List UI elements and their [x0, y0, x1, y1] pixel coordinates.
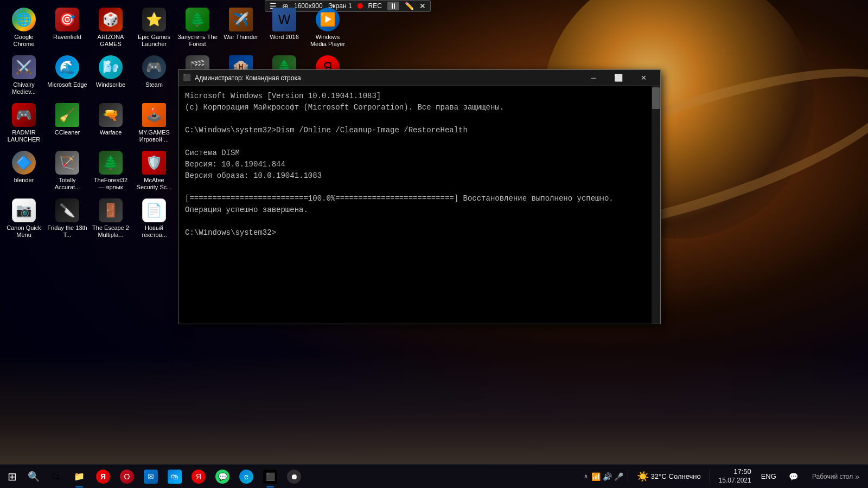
desktop-icon-ravenfield[interactable]: 🎯 Ravenfield — [46, 4, 89, 52]
cmd-line: Версия образа: 10.0.19041.1083 — [185, 170, 645, 182]
cmd-scrollbar[interactable] — [652, 86, 660, 324]
rec-close[interactable]: ✕ — [419, 2, 426, 10]
taskbar-yandex[interactable]: Я — [91, 465, 115, 489]
taskbar-terminal[interactable]: ⬛ — [258, 465, 282, 489]
icon-label-ccleaner: CCleaner — [55, 129, 80, 136]
icon-label-theforest: TheForest32 — ярлык — [91, 177, 131, 191]
desktop-icon-launch[interactable]: 🌲 Запустить The Forest — [176, 4, 219, 52]
desktop-icon-windscribe[interactable]: 🌬️ Windscribe — [89, 52, 132, 100]
icon-img-ravenfield: 🎯 — [55, 8, 79, 31]
cmd-restore[interactable]: ⬜ — [606, 70, 631, 86]
show-desktop-button[interactable]: Рабочий стол » — [808, 472, 864, 481]
cmd-content[interactable]: Microsoft Windows [Version 10.0.19041.10… — [178, 86, 652, 324]
yandex-taskbar-icon: Я — [96, 470, 110, 484]
icon-label-windscribe: Windscribe — [96, 81, 125, 88]
desktop-icon-steam[interactable]: 🎮 Steam — [132, 52, 176, 100]
desktop-icon-arizona[interactable]: 🎲 ARIZONA GAMES — [89, 4, 132, 52]
cmd-line: Microsoft Windows [Version 10.0.19041.10… — [185, 91, 645, 102]
icon-img-totally: 🏹 — [55, 151, 79, 175]
desktop: ☰ ⊕ 868x488 Экран 1 REC ⏸ ✏️ ✕ 🌐 Google… — [0, 0, 868, 488]
icon-img-canon: 📷 — [12, 198, 36, 222]
rec-pause[interactable]: ⏸ — [387, 2, 399, 10]
cmd-scroll-thumb[interactable] — [652, 87, 660, 109]
desktop-icon-totally[interactable]: 🏹 Totally Accurat... — [46, 147, 89, 195]
icon-label-arizona: ARIZONA GAMES — [91, 34, 131, 48]
icon-label-warthunder: War Thunder — [224, 34, 258, 41]
task-view-button[interactable]: 🗂 — [43, 465, 67, 489]
wifi-icon[interactable]: 📶 — [591, 472, 601, 481]
sound-icon[interactable]: 🔊 — [603, 472, 612, 481]
taskbar-yandex2[interactable]: Я — [187, 465, 210, 489]
cmd-line — [185, 113, 645, 125]
taskbar-mail[interactable]: ✉ — [139, 465, 163, 489]
desktop-icon-canon[interactable]: 📷 Canon Quick Menu — [2, 195, 46, 243]
taskbar-store[interactable]: 🛍 — [163, 465, 187, 489]
weather-desc: Солнечно — [669, 472, 701, 480]
desktop-icon-warthunder[interactable]: ✈️ War Thunder — [219, 4, 263, 52]
desktop-icon-chrome[interactable]: 🌐 Google Chrome — [2, 4, 46, 52]
start-button[interactable]: ⊞ — [0, 465, 24, 489]
icon-label-warface: Warface — [100, 129, 122, 136]
desktop-icon-msedge[interactable]: 🌊 Microsoft Edge — [46, 52, 89, 100]
mail-taskbar-icon: ✉ — [144, 470, 158, 484]
cmd-line: C:\Windows\system32> — [185, 227, 645, 239]
systray-expand[interactable]: ∧ — [583, 473, 589, 480]
icon-img-chrome: 🌐 — [12, 8, 36, 31]
icon-label-totally: Totally Accurat... — [47, 177, 87, 191]
weather-sun-icon: ☀️ — [637, 471, 649, 483]
desktop-icon-wmplayer[interactable]: ▶️ Windows Media Player — [306, 4, 349, 52]
cmd-line: Операция успешно завершена. — [185, 204, 645, 216]
desktop-icon-theforest[interactable]: 🌲 TheForest32 — ярлык — [89, 147, 132, 195]
mic-icon[interactable]: 🎤 — [614, 472, 623, 481]
desktop-icon-ccleaner[interactable]: 🧹 CCleaner — [46, 100, 89, 147]
desktop-icon-notepad[interactable]: 📄 Новый текстов... — [132, 195, 176, 243]
whatsapp-taskbar-icon: 💬 — [215, 470, 229, 484]
icon-label-escape: The Escape 2 Multipla... — [91, 224, 131, 239]
icon-label-steam: Steam — [145, 81, 163, 88]
desktop-icon-mygames[interactable]: 🕹️ MY.GAMES Игровой ... — [132, 100, 176, 147]
desktop-icon-mcafee[interactable]: 🛡️ McAfee Security Sc... — [132, 147, 176, 195]
terminal-taskbar-icon: ⬛ — [263, 470, 277, 484]
icon-label-ravenfield: Ravenfield — [53, 34, 81, 41]
taskbar-obs[interactable]: ⏺ — [282, 465, 306, 489]
taskbar-explorer[interactable]: 📁 — [67, 465, 91, 489]
desktop-icon-warface[interactable]: 🔫 Warface — [89, 100, 132, 147]
rec-edit[interactable]: ✏️ — [405, 2, 414, 10]
desktop-icon-fridayth[interactable]: 🔪 Friday the 13th T... — [46, 195, 89, 243]
rec-dot — [358, 3, 363, 9]
taskbar-clock[interactable]: 17:50 15.07.2021 — [714, 467, 756, 485]
desktop-icon-escape[interactable]: 🚪 The Escape 2 Multipla... — [89, 195, 132, 243]
icon-img-windscribe: 🌬️ — [99, 55, 123, 79]
icon-img-word: W — [272, 8, 296, 31]
icon-img-steam: 🎮 — [142, 55, 166, 79]
desktop-icon-word[interactable]: W Word 2016 — [263, 4, 306, 52]
chevron-right-icon: » — [855, 472, 859, 481]
desktop-icon-chivalry[interactable]: ⚔️ Chivalry Mediev... — [2, 52, 46, 100]
cmd-minimize[interactable]: ─ — [581, 70, 606, 86]
rec-label[interactable]: REC — [368, 2, 382, 10]
cmd-body: Microsoft Windows [Version 10.0.19041.10… — [178, 86, 660, 324]
taskbar-whatsapp[interactable]: 💬 — [210, 465, 234, 489]
icon-img-warface: 🔫 — [99, 103, 123, 127]
notification-button[interactable]: 💬 — [782, 465, 806, 489]
cmd-line: Система DISM — [185, 147, 645, 159]
icon-img-theforest: 🌲 — [99, 151, 123, 175]
desktop-icon-blender[interactable]: 🔷 blender — [2, 147, 46, 195]
icon-label-word: Word 2016 — [270, 34, 299, 41]
desktop-icon-epic[interactable]: ⭐ Epic Games Launcher — [132, 4, 176, 52]
taskbar-edge[interactable]: e — [234, 465, 258, 489]
desktop-icon-radmir[interactable]: 🎮 RADMIR LAUNCHER — [2, 100, 46, 147]
cmd-line: C:\Windows\system32>Dism /Online /Cleanu… — [185, 125, 645, 136]
icon-label-mygames: MY.GAMES Игровой ... — [134, 129, 174, 143]
icon-img-warthunder: ✈️ — [229, 8, 253, 31]
taskbar-right: ∧ 📶 🔊 🎤 ☀️ 32°C Солнечно 17:50 15.07.202… — [583, 465, 868, 489]
taskbar-opera[interactable]: O — [115, 465, 139, 489]
weather-area[interactable]: ☀️ 32°C Солнечно — [633, 471, 705, 483]
language-indicator[interactable]: ENG — [758, 465, 780, 489]
cmd-close[interactable]: ✕ — [631, 70, 656, 86]
icon-img-mygames: 🕹️ — [142, 103, 166, 127]
taskbar-search-button[interactable]: 🔍 — [24, 465, 43, 489]
icon-img-notepad: 📄 — [142, 198, 166, 222]
cmd-title: Администратор: Командная строка — [195, 74, 581, 82]
cmd-line: Версия: 10.0.19041.844 — [185, 159, 645, 170]
